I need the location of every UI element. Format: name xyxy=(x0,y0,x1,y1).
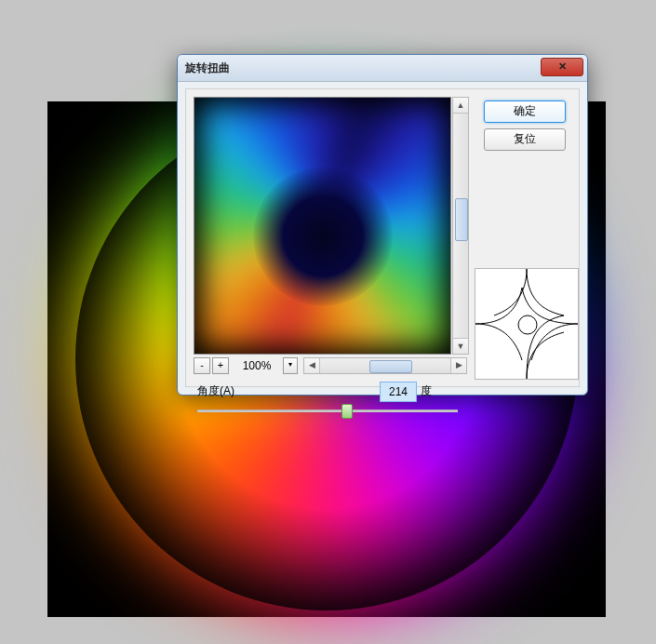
horizontal-scroll-thumb[interactable] xyxy=(369,360,412,373)
zoom-value-field[interactable] xyxy=(231,357,283,374)
dialog-title: 旋转扭曲 xyxy=(185,61,230,74)
ok-button-label: 确定 xyxy=(514,104,536,117)
scroll-left-icon[interactable]: ◀ xyxy=(304,358,320,373)
angle-control-row: 角度(A) 度 xyxy=(194,382,467,419)
reset-button-label: 复位 xyxy=(514,132,536,145)
ok-button[interactable]: 确定 xyxy=(484,101,566,123)
zoom-dropdown-button[interactable]: ▾ xyxy=(283,357,298,374)
angle-unit-label: 度 xyxy=(421,383,432,399)
swirl-dark-core xyxy=(253,167,393,306)
angle-input[interactable] xyxy=(380,382,417,402)
slider-track xyxy=(197,409,458,412)
dialog-titlebar[interactable]: 旋转扭曲 ✕ xyxy=(178,55,587,82)
scroll-down-icon[interactable]: ▼ xyxy=(453,338,468,354)
dialog-content: ▲ ▼ - + ▾ ◀ ▶ 角度(A) 度 xyxy=(185,88,580,387)
svg-point-0 xyxy=(518,315,537,334)
slider-knob[interactable] xyxy=(341,404,353,419)
zoom-in-button[interactable]: + xyxy=(212,357,229,374)
preview-horizontal-scrollbar[interactable]: ◀ ▶ xyxy=(303,357,467,374)
scroll-up-icon[interactable]: ▲ xyxy=(453,98,468,114)
twirl-dialog: 旋转扭曲 ✕ ▲ ▼ - + ▾ xyxy=(177,54,588,396)
close-button[interactable]: ✕ xyxy=(541,58,583,76)
angle-label: 角度(A) xyxy=(197,383,234,399)
zoom-out-button[interactable]: - xyxy=(194,357,210,374)
scroll-right-icon[interactable]: ▶ xyxy=(450,358,466,373)
chevron-down-icon: ▾ xyxy=(288,360,292,369)
app-background: 旋转扭曲 ✕ ▲ ▼ - + ▾ xyxy=(0,0,656,644)
vertical-scroll-thumb[interactable] xyxy=(455,198,468,241)
twirl-grid-thumbnail xyxy=(475,268,579,380)
angle-slider[interactable] xyxy=(197,404,458,417)
reset-button[interactable]: 复位 xyxy=(484,128,566,151)
preview-vertical-scrollbar[interactable]: ▲ ▼ xyxy=(452,97,469,355)
close-icon: ✕ xyxy=(558,60,567,72)
swirl-wireframe-icon xyxy=(475,269,578,379)
zoom-controls: - + ▾ ◀ ▶ xyxy=(194,357,467,374)
filter-preview[interactable] xyxy=(194,97,451,355)
